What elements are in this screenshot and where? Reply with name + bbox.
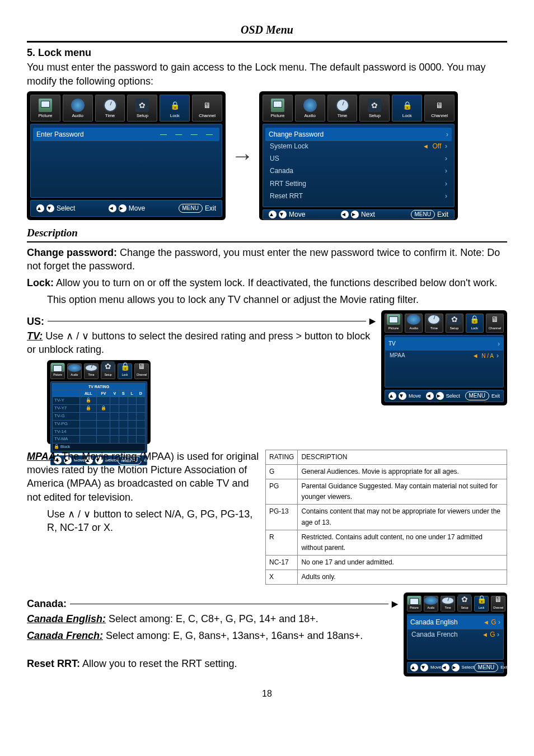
tab-time[interactable]: Time bbox=[327, 95, 358, 122]
page-number: 18 bbox=[27, 688, 507, 700]
tab-audio[interactable]: Audio bbox=[424, 596, 438, 612]
tab-channel[interactable]: Channel bbox=[192, 95, 222, 122]
table-row: PG-13Contains content that may not be ap… bbox=[266, 505, 507, 530]
tab-channel[interactable]: Channel bbox=[424, 95, 455, 122]
description-heading: Description bbox=[27, 226, 507, 242]
tab-lock[interactable]: Lock bbox=[392, 95, 422, 122]
tab-picture[interactable]: Picture bbox=[30, 95, 60, 122]
tab-audio[interactable]: Audio bbox=[405, 314, 423, 333]
menu-pill: MENU bbox=[474, 663, 498, 672]
tab-lock[interactable]: Lock bbox=[118, 363, 132, 379]
leftright-icon: ◄ bbox=[109, 204, 116, 212]
menu-item-canada-english[interactable]: Canada English◄ G › bbox=[407, 615, 504, 629]
menu-pill: MENU bbox=[179, 204, 203, 213]
menu-item-change-password[interactable]: Change Password› bbox=[265, 128, 452, 141]
tab-setup[interactable]: Setup bbox=[359, 95, 390, 122]
tab-channel[interactable]: Channel bbox=[134, 363, 149, 379]
grid-col: S bbox=[119, 390, 128, 397]
tab-setup[interactable]: Setup bbox=[127, 95, 157, 122]
tab-label: Setup bbox=[137, 113, 148, 119]
tab-setup[interactable]: Setup bbox=[101, 363, 115, 379]
picture-icon bbox=[271, 99, 284, 112]
tab-picture[interactable]: Picture bbox=[263, 95, 293, 122]
tab-audio[interactable]: Audio bbox=[67, 363, 82, 379]
menu-item-mpaa[interactable]: MPAA◄ N / A › bbox=[388, 349, 500, 362]
tab-label: Lock bbox=[479, 606, 485, 610]
tab-label: Setup bbox=[461, 606, 468, 610]
table-row: PGParental Guidance Suggested. May conta… bbox=[266, 479, 507, 504]
menu-item-canada-french[interactable]: Canada French◄ G › bbox=[410, 628, 500, 641]
tab-channel[interactable]: Channel bbox=[486, 314, 504, 333]
updown-icon: ▼ bbox=[279, 211, 287, 218]
enter-password-row[interactable]: Enter Password — — — — bbox=[33, 128, 219, 141]
grid-corner bbox=[53, 390, 80, 397]
lock-icon bbox=[400, 99, 414, 112]
footer-exit: MENU Exit bbox=[465, 391, 500, 400]
triangle-left-icon: ◄ bbox=[472, 352, 479, 359]
triangle-left-icon: ◄ bbox=[483, 619, 489, 626]
grid-row[interactable]: TV-MA bbox=[53, 436, 146, 444]
tab-label: Time bbox=[88, 373, 95, 377]
channel-icon bbox=[135, 361, 148, 372]
menu-item-tv[interactable]: TV› bbox=[385, 337, 503, 351]
desc-reset-rrt: Reset RRT: Allow you to reset the RRT se… bbox=[27, 657, 398, 670]
footer-move: ▲▼ Move bbox=[269, 210, 305, 219]
time-icon bbox=[441, 596, 455, 604]
tab-label: Setup bbox=[104, 373, 111, 377]
grid-row[interactable]: TV-G bbox=[53, 413, 146, 421]
footer-next: ◄► Next bbox=[341, 210, 375, 219]
desc-canada-french: Canada French: Select among: E, G, 8ans+… bbox=[27, 629, 398, 642]
tab-label: Audio bbox=[305, 113, 316, 119]
tab-picture[interactable]: Picture bbox=[50, 363, 65, 379]
tab-label: Audio bbox=[72, 113, 83, 119]
tab-lock[interactable]: Lock bbox=[160, 95, 190, 122]
tab-label: Audio bbox=[410, 326, 418, 330]
grid-col: L bbox=[128, 390, 136, 397]
lock-icon bbox=[168, 99, 181, 112]
tab-picture[interactable]: Picture bbox=[385, 314, 402, 333]
menu-item-reset-rrt[interactable]: Reset RRT› bbox=[269, 190, 448, 202]
footer-move: ▲▼Move bbox=[388, 392, 421, 400]
menu-item-rrt-setting[interactable]: RRT Setting› bbox=[269, 178, 448, 190]
menu-item-us[interactable]: US› bbox=[269, 152, 448, 165]
value: G bbox=[491, 618, 496, 626]
tab-time[interactable]: Time bbox=[95, 95, 125, 122]
setup-icon bbox=[135, 99, 149, 112]
tab-setup[interactable]: Setup bbox=[457, 596, 472, 612]
grid-row[interactable]: TV-Y7🔒🔒 bbox=[53, 405, 146, 413]
tab-setup[interactable]: Setup bbox=[446, 314, 463, 333]
tab-label: Setup bbox=[450, 326, 459, 330]
updown-icon: ▲ bbox=[269, 211, 277, 218]
grid-row[interactable]: TV-PG bbox=[53, 420, 146, 428]
page-header: OSD Menu bbox=[27, 22, 507, 43]
menu-item-system-lock[interactable]: System Lock◄ Off › bbox=[269, 140, 448, 152]
tab-lock[interactable]: Lock bbox=[466, 314, 484, 333]
th-description: DESCRIPTION bbox=[298, 450, 507, 464]
reset-rrt-lead: Reset RRT: bbox=[27, 658, 80, 669]
tab-time[interactable]: Time bbox=[84, 363, 99, 379]
tab-label: Lock bbox=[122, 373, 128, 377]
setup-icon bbox=[368, 99, 381, 112]
tab-audio[interactable]: Audio bbox=[63, 95, 93, 122]
osd-body: Canada English◄ G › Canada French◄ G › bbox=[407, 614, 504, 660]
menu-item-canada[interactable]: Canada› bbox=[269, 165, 448, 177]
mpaa-value: N / A bbox=[481, 353, 493, 359]
grid-row[interactable]: TV-14 bbox=[53, 428, 146, 436]
tab-audio[interactable]: Audio bbox=[295, 95, 325, 122]
chevron-right-icon: › bbox=[498, 618, 500, 626]
tab-label: Picture bbox=[388, 326, 399, 330]
osd-tabs: Picture Audio Time Setup Lock Channel bbox=[263, 95, 455, 122]
grid-row[interactable]: TV-Y🔓 bbox=[53, 397, 146, 405]
setup-icon bbox=[101, 361, 115, 372]
tab-time[interactable]: Time bbox=[441, 596, 455, 612]
grid-top-header: TV RATING bbox=[53, 383, 146, 390]
tab-channel[interactable]: Channel bbox=[491, 596, 505, 612]
audio-icon bbox=[71, 99, 85, 112]
tab-time[interactable]: Time bbox=[425, 314, 443, 333]
tab-lock[interactable]: Lock bbox=[474, 596, 489, 612]
time-icon bbox=[336, 99, 349, 112]
rule-line bbox=[48, 321, 366, 321]
tab-label: Lock bbox=[471, 326, 478, 330]
tab-label: Time bbox=[445, 606, 451, 610]
tab-picture[interactable]: Picture bbox=[407, 596, 421, 612]
